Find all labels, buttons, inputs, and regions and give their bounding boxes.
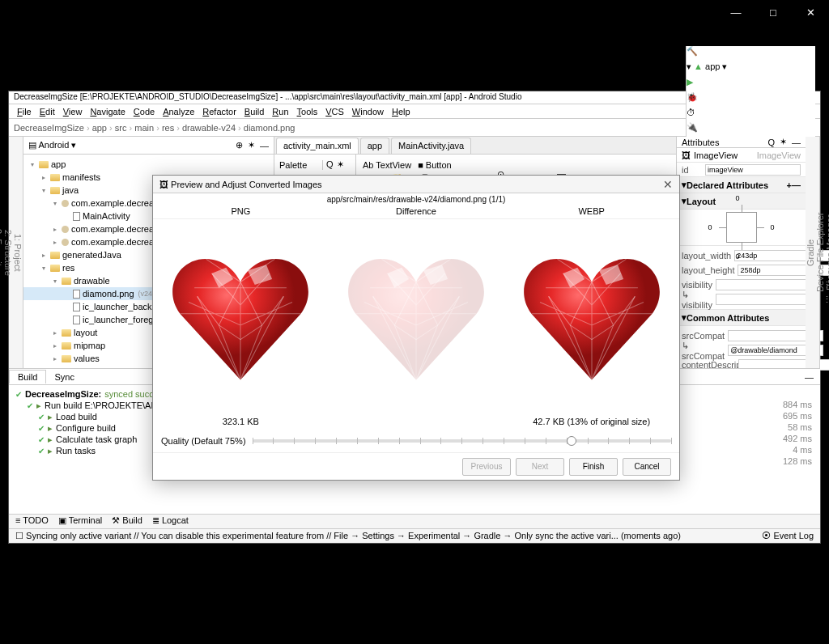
- attributes-pane: Attributes Q ✶ — 🖼 ImageView ImageView i…: [676, 137, 806, 368]
- editor-tab[interactable]: activity_main.xml: [276, 138, 359, 154]
- attr-label: ↳ visibility: [682, 290, 712, 310]
- col-diff: Difference: [329, 206, 504, 219]
- tool-tab[interactable]: ⚒ Build: [112, 515, 142, 527]
- breadcrumb-item[interactable]: src: [115, 123, 127, 133]
- breadcrumb-item[interactable]: app: [92, 123, 107, 133]
- component-type: ImageView: [694, 150, 738, 160]
- menu-tools[interactable]: Tools: [294, 107, 321, 117]
- editor-tab[interactable]: app: [360, 138, 389, 154]
- size-png: 323.1 KB: [153, 417, 329, 430]
- build-tab[interactable]: Build: [9, 370, 46, 383]
- attr-label: layout_width: [682, 251, 731, 261]
- profile-icon[interactable]: ⏱: [687, 108, 815, 117]
- sync-tab[interactable]: Sync: [46, 371, 82, 383]
- tool-tab[interactable]: ▣ Terminal: [58, 515, 102, 527]
- next-button: Next: [516, 458, 564, 476]
- quality-slider[interactable]: [253, 439, 671, 443]
- bottom-tool-tabs[interactable]: ≡ TODO▣ Terminal⚒ Build≣ Logcat: [9, 514, 820, 528]
- breadcrumb-item[interactable]: main: [134, 123, 154, 133]
- menu-navigate[interactable]: Navigate: [87, 107, 128, 117]
- component-class: ImageView: [757, 150, 801, 160]
- nav-bar: DecreaseImgSize › app › src › main › res…: [9, 119, 820, 137]
- check-icon: ✔: [15, 390, 22, 399]
- build-hide-icon[interactable]: —: [798, 372, 820, 382]
- declared-attrs-header[interactable]: Declared Attributes: [687, 180, 768, 190]
- preview-webp: [504, 219, 679, 417]
- menu-view[interactable]: View: [60, 107, 86, 117]
- minimize-button[interactable]: —: [717, 0, 755, 24]
- menu-window[interactable]: Window: [349, 107, 387, 117]
- attr-input[interactable]: [716, 294, 811, 305]
- run-config-selector[interactable]: ▾ ▲ app ▾: [687, 61, 815, 72]
- menu-file[interactable]: File: [14, 107, 35, 117]
- preview-diff: [329, 219, 504, 417]
- attach-icon[interactable]: 🔌: [687, 122, 815, 133]
- project-hide-icon[interactable]: —: [260, 141, 269, 150]
- slider-thumb[interactable]: [567, 436, 576, 446]
- dialog-title: Preview and Adjust Converted Images: [171, 180, 322, 189]
- palette-item[interactable]: ■ Button: [418, 160, 452, 170]
- attr-input[interactable]: [716, 279, 811, 290]
- tool-tab[interactable]: ≣ Logcat: [152, 515, 189, 527]
- col-webp: WEBP: [504, 206, 679, 219]
- menu-vcs[interactable]: VCS: [322, 107, 347, 117]
- status-text: ☐ Syncing only active variant // You can…: [15, 531, 681, 541]
- attr-id-label: id: [682, 165, 702, 175]
- preview-png: [153, 219, 329, 417]
- attr-hide-icon[interactable]: —: [792, 138, 801, 147]
- left-tool-tabs[interactable]: 1: Project2: Structure2: FavoritesBuild …: [9, 137, 23, 368]
- attributes-title: Attributes: [682, 138, 719, 147]
- dialog-close-icon[interactable]: ✕: [663, 178, 673, 191]
- maximize-button[interactable]: □: [755, 0, 792, 24]
- menu-build[interactable]: Build: [241, 107, 267, 117]
- quality-label: Quality (Default 75%): [161, 436, 246, 446]
- common-attrs-header[interactable]: Common Attributes: [687, 313, 769, 323]
- tool-tab[interactable]: ≡ TODO: [15, 515, 49, 527]
- dialog-path: app/src/main/res/drawable-v24/diamond.pn…: [153, 193, 679, 206]
- build-hammer-icon[interactable]: 🔨: [687, 46, 815, 57]
- debug-icon[interactable]: 🐞: [687, 92, 815, 103]
- convert-images-dialog: 🖼 Preview and Adjust Converted Images ✕ …: [152, 175, 680, 481]
- attr-label: ↳ srcCompat: [682, 341, 725, 361]
- dialog-icon: 🖼: [159, 180, 168, 189]
- project-collapse-icon[interactable]: ✶: [248, 140, 255, 150]
- project-view-selector[interactable]: ▤ Android ▾: [28, 140, 76, 150]
- close-button[interactable]: ✕: [792, 0, 829, 24]
- attr-search-icon[interactable]: Q: [767, 138, 775, 147]
- event-log-button[interactable]: ⦿ Event Log: [762, 531, 814, 541]
- editor-tab[interactable]: MainActivity.java: [391, 138, 471, 154]
- project-settings-icon[interactable]: ⊕: [236, 140, 243, 150]
- col-png: PNG: [153, 206, 329, 219]
- attr-remove-icon[interactable]: —: [792, 180, 801, 190]
- layout-header[interactable]: Layout: [687, 197, 716, 206]
- breadcrumb-item[interactable]: diamond.png: [244, 123, 295, 133]
- attr-label: layout_height: [682, 265, 734, 275]
- previous-button: Previous: [462, 458, 511, 476]
- cancel-button[interactable]: Cancel: [623, 458, 671, 476]
- tree-node[interactable]: ▾app: [23, 158, 274, 171]
- attr-label: visibility: [682, 280, 712, 290]
- breadcrumb-item[interactable]: res: [162, 123, 174, 133]
- palette-search-icon[interactable]: Q: [326, 159, 334, 170]
- size-webp: 42.7 KB (13% of original size): [504, 417, 679, 430]
- menu-run[interactable]: Run: [269, 107, 291, 117]
- menu-help[interactable]: Help: [389, 107, 414, 117]
- breadcrumb-item[interactable]: drawable-v24: [182, 123, 236, 133]
- breadcrumb-item[interactable]: DecreaseImgSize: [14, 123, 84, 133]
- menu-analyze[interactable]: Analyze: [159, 107, 198, 117]
- constraint-widget[interactable]: 0 0 0 0: [677, 210, 806, 246]
- finish-button[interactable]: Finish: [569, 458, 618, 476]
- attr-label: srcCompat: [682, 331, 725, 341]
- palette-settings-icon[interactable]: ✶: [337, 159, 344, 170]
- palette-label: Palette: [274, 160, 323, 170]
- right-tool-tabs[interactable]: GradleDevice File ExplorerResource Manag…: [806, 137, 820, 368]
- menu-edit[interactable]: Edit: [36, 107, 58, 117]
- menu-refactor[interactable]: Refactor: [199, 107, 240, 117]
- menu-code[interactable]: Code: [130, 107, 158, 117]
- palette-item[interactable]: Ab TextView: [363, 160, 411, 170]
- attr-id-input[interactable]: [705, 164, 801, 176]
- attr-settings-icon[interactable]: ✶: [780, 137, 787, 147]
- component-type-icon: 🖼: [682, 150, 691, 160]
- run-icon[interactable]: ▶: [687, 77, 815, 87]
